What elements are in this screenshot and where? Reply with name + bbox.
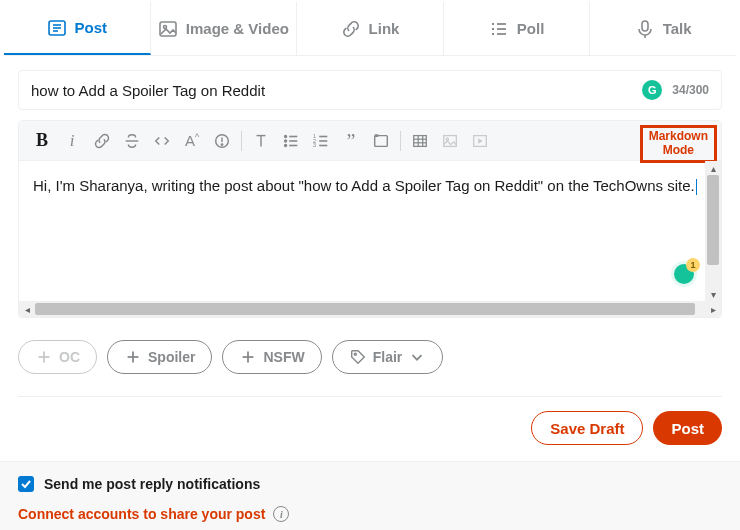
editor-text: Hi, I'm Sharanya, writing the post about…: [19, 161, 721, 210]
tag-icon: [349, 348, 367, 366]
oc-pill: OC: [18, 340, 97, 374]
inline-code-button[interactable]: [147, 126, 177, 156]
tab-label: Poll: [517, 20, 545, 37]
link-icon: [341, 19, 361, 39]
poll-icon: [489, 19, 509, 39]
checkbox-checked-icon[interactable]: [18, 476, 34, 492]
svg-rect-30: [375, 135, 388, 146]
action-row: Save Draft Post: [18, 411, 722, 445]
markdown-mode-button[interactable]: Markdown Mode: [640, 125, 717, 163]
bullet-list-button[interactable]: [276, 126, 306, 156]
tab-label: Post: [75, 19, 108, 36]
horizontal-scrollbar[interactable]: ◂ ▸: [19, 301, 721, 317]
tab-post[interactable]: Post: [4, 2, 151, 55]
svg-point-38: [446, 138, 448, 140]
insert-video-button[interactable]: [465, 126, 495, 156]
grammarly-icon[interactable]: G: [642, 80, 662, 100]
table-button[interactable]: [405, 126, 435, 156]
svg-rect-12: [642, 21, 648, 31]
svg-point-18: [285, 135, 287, 137]
tab-talk[interactable]: Talk: [590, 2, 736, 55]
plus-icon: [239, 348, 257, 366]
svg-point-17: [221, 143, 222, 144]
tab-label: Talk: [663, 20, 692, 37]
quote-button[interactable]: ”: [336, 126, 366, 156]
svg-rect-32: [414, 135, 427, 146]
vertical-scrollbar[interactable]: ▴ ▾: [705, 161, 721, 301]
image-icon: [158, 19, 178, 39]
svg-rect-4: [160, 22, 176, 36]
notify-row[interactable]: Send me post reply notifications: [18, 476, 722, 492]
mic-icon: [635, 19, 655, 39]
insert-image-button[interactable]: [435, 126, 465, 156]
info-icon[interactable]: i: [273, 506, 289, 522]
svg-rect-37: [444, 135, 457, 146]
scroll-down-arrow[interactable]: ▾: [705, 287, 721, 301]
title-row: G 34/300: [18, 70, 722, 110]
scroll-left-arrow[interactable]: ◂: [19, 301, 35, 317]
editor: B i A^ 123 ” Markdown Mode Hi, I'm Shara…: [18, 120, 722, 318]
save-draft-button[interactable]: Save Draft: [531, 411, 643, 445]
spoiler-pill[interactable]: Spoiler: [107, 340, 212, 374]
numbered-list-button[interactable]: 123: [306, 126, 336, 156]
post-button[interactable]: Post: [653, 411, 722, 445]
superscript-button[interactable]: A^: [177, 126, 207, 156]
svg-text:3: 3: [313, 142, 316, 148]
scroll-up-arrow[interactable]: ▴: [705, 161, 721, 175]
footer: Send me post reply notifications Connect…: [0, 461, 740, 530]
post-type-tabs: Post Image & Video Link Poll Talk: [4, 2, 736, 56]
toolbar-separator: [241, 131, 242, 151]
scroll-right-arrow[interactable]: ▸: [705, 301, 721, 317]
heading-button[interactable]: [246, 126, 276, 156]
svg-point-22: [285, 144, 287, 146]
scroll-thumb[interactable]: [707, 175, 719, 265]
divider: [18, 396, 722, 397]
italic-button[interactable]: i: [57, 126, 87, 156]
bold-button[interactable]: B: [27, 126, 57, 156]
chevron-down-icon: [408, 348, 426, 366]
title-input[interactable]: [31, 82, 642, 99]
code-block-button[interactable]: [366, 126, 396, 156]
strikethrough-button[interactable]: [117, 126, 147, 156]
post-icon: [47, 18, 67, 38]
char-count: 34/300: [672, 83, 709, 97]
tab-label: Link: [369, 20, 400, 37]
flair-pill[interactable]: Flair: [332, 340, 444, 374]
nsfw-pill[interactable]: NSFW: [222, 340, 321, 374]
tag-pill-row: OC Spoiler NSFW Flair: [18, 340, 722, 374]
text-cursor: [696, 179, 697, 195]
svg-point-46: [354, 353, 356, 355]
svg-point-20: [285, 140, 287, 142]
toolbar-separator: [400, 131, 401, 151]
scroll-thumb[interactable]: [35, 303, 695, 315]
plus-icon: [35, 348, 53, 366]
editor-body[interactable]: Hi, I'm Sharanya, writing the post about…: [19, 161, 721, 301]
plus-icon: [124, 348, 142, 366]
notify-label: Send me post reply notifications: [44, 476, 260, 492]
tab-image-video[interactable]: Image & Video: [151, 2, 298, 55]
grammarly-float-icon[interactable]: [671, 261, 697, 287]
editor-toolbar: B i A^ 123 ” Markdown Mode: [19, 121, 721, 161]
spoiler-format-button[interactable]: [207, 126, 237, 156]
toolbar-link-button[interactable]: [87, 126, 117, 156]
tab-label: Image & Video: [186, 20, 289, 37]
tab-poll[interactable]: Poll: [444, 2, 591, 55]
tab-link[interactable]: Link: [297, 2, 444, 55]
connect-accounts-link[interactable]: Connect accounts to share your post i: [18, 506, 722, 522]
